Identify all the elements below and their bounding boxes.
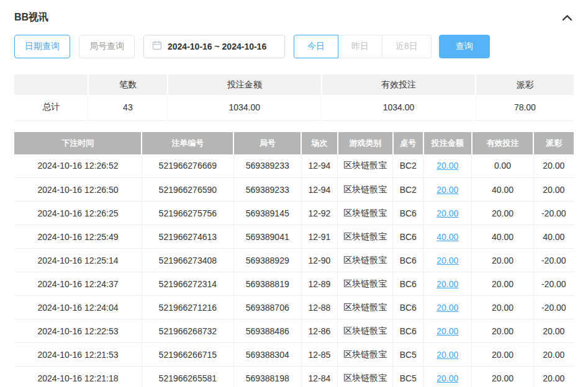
bet-amount-link[interactable]: 20.00	[436, 208, 458, 218]
cell-table-no: BC6	[393, 296, 423, 319]
cell-bet-amount: 20.00	[423, 319, 472, 343]
cell-order-id: 521966271216	[142, 296, 233, 319]
cell-round-id: 569388486	[233, 319, 301, 343]
cell-bet-amount: 20.00	[423, 249, 472, 272]
cell-game-type: 区块链骰宝	[338, 202, 393, 225]
col-header-table-no: 桌号	[393, 132, 423, 154]
cell-table-no: BC5	[393, 367, 423, 387]
cell-table-no: BC6	[393, 225, 423, 249]
table-row: 2024-10-16 12:25:14 521966273408 5693889…	[14, 249, 574, 272]
quick-range-yesterday-button[interactable]: 昨日	[338, 35, 382, 58]
detail-table-body: 2024-10-16 12:26:52 521966276669 5693892…	[14, 154, 574, 387]
cell-session: 12-85	[301, 343, 338, 367]
cell-game-type: 区块链骰宝	[338, 225, 393, 249]
cell-bet-time: 2024-10-16 12:22:53	[14, 319, 142, 343]
cell-game-type: 区块链骰宝	[338, 249, 393, 272]
table-row: 2024-10-16 12:21:18 521966265581 5693881…	[14, 367, 574, 387]
cell-bet-amount: 20.00	[423, 154, 472, 178]
cell-round-id: 569389233	[233, 154, 301, 178]
table-row: 2024-10-16 12:24:37 521966272314 5693888…	[14, 272, 574, 296]
cell-order-id: 521966274613	[142, 225, 233, 249]
summary-total-label: 总计	[14, 95, 88, 120]
cell-table-no: BC6	[393, 202, 423, 225]
cell-bet-time: 2024-10-16 12:25:14	[14, 249, 142, 272]
cell-bet-time: 2024-10-16 12:21:53	[14, 343, 142, 367]
cell-round-id: 569389145	[233, 202, 301, 225]
cell-order-id: 521966276590	[142, 178, 233, 202]
col-header-game-type: 游戏类别	[338, 132, 393, 154]
bet-amount-link[interactable]: 20.00	[436, 303, 458, 313]
cell-session: 12-94	[301, 154, 338, 178]
table-row: 2024-10-16 12:21:53 521966266715 5693883…	[14, 343, 574, 367]
cell-bet-amount: 20.00	[423, 272, 472, 296]
date-query-tab-button[interactable]: 日期查询	[14, 35, 70, 58]
cell-table-no: BC6	[393, 249, 423, 272]
cell-valid-bet: 20.00	[472, 343, 533, 367]
cell-bet-time: 2024-10-16 12:25:49	[14, 225, 142, 249]
cell-valid-bet: 20.00	[472, 272, 533, 296]
cell-payout: 20.00	[533, 178, 574, 202]
summary-header-payout: 派彩	[476, 74, 574, 95]
cell-game-type: 区块链骰宝	[338, 343, 393, 367]
bet-records-table: 下注时间 注单编号 局号 场次 游戏类别 桌号 投注金额 有效投注 派彩 202…	[14, 132, 574, 387]
collapse-panel-button[interactable]	[561, 13, 574, 22]
bet-amount-link[interactable]: 20.00	[436, 185, 458, 195]
cell-valid-bet: 40.00	[472, 178, 533, 202]
cell-session: 12-90	[301, 249, 338, 272]
table-row: 2024-10-16 12:26:50 521966276590 5693892…	[14, 178, 574, 202]
summary-header-bet-amount: 投注金额	[168, 74, 322, 95]
search-button[interactable]: 查询	[439, 35, 490, 58]
summary-header-row: 笔数 投注金额 有效投注 派彩	[14, 74, 574, 95]
summary-valid-bet-value: 1034.00	[322, 95, 476, 120]
cell-table-no: BC6	[393, 319, 423, 343]
cell-game-type: 区块链骰宝	[338, 178, 393, 202]
col-header-session: 场次	[301, 132, 338, 154]
bet-amount-link[interactable]: 20.00	[436, 326, 458, 336]
col-header-bet-time: 下注时间	[14, 132, 142, 154]
cell-table-no: BC6	[393, 272, 423, 296]
cell-order-id: 521966275756	[142, 202, 233, 225]
bet-amount-link[interactable]: 40.00	[436, 232, 458, 242]
cell-valid-bet: 0.00	[472, 154, 533, 178]
cell-bet-amount: 20.00	[423, 296, 472, 319]
cell-payout: -20.00	[533, 272, 574, 296]
summary-payout-value: 78.00	[476, 95, 574, 120]
cell-payout: -20.00	[533, 296, 574, 319]
table-row: 2024-10-16 12:22:53 521966268732 5693884…	[14, 319, 574, 343]
cell-payout: -20.00	[533, 202, 574, 225]
date-range-input[interactable]: 2024-10-16 ~ 2024-10-16	[143, 35, 285, 58]
bet-amount-link[interactable]: 20.00	[436, 279, 458, 289]
cell-round-id: 569388198	[233, 367, 301, 387]
summary-table: 笔数 投注金额 有效投注 派彩 总计 43 1034.00 1034.00 78…	[14, 74, 574, 121]
summary-header-count: 笔数	[88, 74, 168, 95]
cell-bet-amount: 20.00	[423, 202, 472, 225]
cell-round-id: 569388819	[233, 272, 301, 296]
cell-order-id: 521966266715	[142, 343, 233, 367]
cell-bet-amount: 20.00	[423, 343, 472, 367]
cell-payout: -20.00	[533, 249, 574, 272]
summary-header-valid-bet: 有效投注	[322, 74, 476, 95]
cell-session: 12-94	[301, 178, 338, 202]
quick-range-today-button[interactable]: 今日	[294, 35, 338, 58]
round-query-tab-button[interactable]: 局号查询	[79, 35, 135, 58]
summary-header-empty	[14, 74, 88, 95]
bet-amount-link[interactable]: 20.00	[436, 373, 458, 383]
cell-table-no: BC5	[393, 343, 423, 367]
table-row: 2024-10-16 12:26:25 521966275756 5693891…	[14, 202, 574, 225]
bet-amount-link[interactable]: 20.00	[436, 161, 458, 171]
cell-valid-bet: 20.00	[472, 202, 533, 225]
cell-game-type: 区块链骰宝	[338, 367, 393, 387]
cell-valid-bet: 40.00	[472, 225, 533, 249]
quick-range-last-8-days-button[interactable]: 近8日	[382, 35, 432, 58]
cell-valid-bet: 20.00	[472, 319, 533, 343]
panel-header: BB视讯	[14, 10, 574, 25]
cell-session: 12-84	[301, 367, 338, 387]
bet-amount-link[interactable]: 20.00	[436, 350, 458, 360]
bet-amount-link[interactable]: 20.00	[436, 256, 458, 265]
filter-bar: 日期查询 局号查询 2024-10-16 ~ 2024-10-16 今日 昨日 …	[14, 35, 574, 58]
cell-bet-time: 2024-10-16 12:24:37	[14, 272, 142, 296]
cell-game-type: 区块链骰宝	[338, 319, 393, 343]
date-range-value: 2024-10-16 ~ 2024-10-16	[168, 42, 266, 51]
cell-bet-time: 2024-10-16 12:26:25	[14, 202, 142, 225]
quick-range-group: 今日 昨日 近8日	[294, 35, 432, 58]
